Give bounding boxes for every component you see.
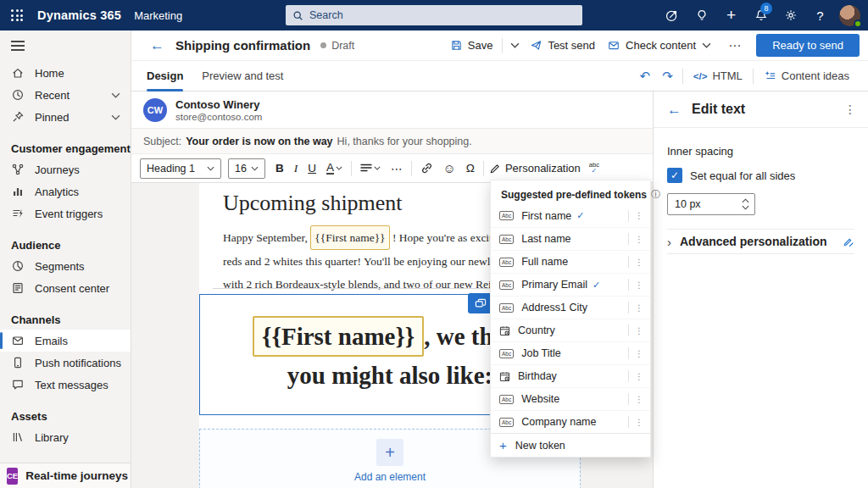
sidebar-item-consent-center[interactable]: Consent center [0, 277, 131, 299]
font-size-select[interactable]: 16 [228, 158, 265, 179]
checkbox-checked-icon[interactable]: ✓ [667, 168, 682, 183]
align-button[interactable] [360, 164, 381, 174]
token-more-icon[interactable]: ⋮ [635, 258, 643, 267]
token-item-full-name[interactable]: Abc Full name ✓ ⋮ [491, 250, 650, 273]
help-icon[interactable]: ? [805, 0, 835, 30]
token-item-birthday[interactable]: Birthday ✓ ⋮ [491, 364, 650, 387]
save-button[interactable]: Save [450, 39, 493, 52]
equal-sides-checkbox[interactable]: ✓ Set equal for all sides [667, 168, 854, 183]
sidebar-item-analytics[interactable]: Analytics [0, 180, 131, 202]
subject-row[interactable]: Subject: Your order is now on the way Hi… [131, 129, 653, 154]
token-more-icon[interactable]: ⋮ [635, 418, 643, 427]
sidebar-item-text-messages[interactable]: Text messages [0, 374, 131, 396]
sidebar-item-library[interactable]: Library [0, 426, 131, 448]
collapse-sitemap-icon[interactable] [0, 30, 131, 55]
bold-button[interactable]: B [275, 162, 284, 175]
clock-icon [11, 88, 25, 102]
from-row[interactable]: CW Contoso Winery store@contoso.com [131, 92, 653, 129]
chevron-down-icon[interactable] [111, 92, 120, 98]
token-item-first-name[interactable]: Abc First name ✓ ⋮ [491, 204, 650, 227]
sidebar-item-segments[interactable]: Segments [0, 255, 131, 277]
sidebar-item-recent[interactable]: Recent [0, 84, 131, 106]
stepper-arrows[interactable] [742, 198, 749, 210]
html-view-button[interactable]: </> HTML [693, 69, 743, 82]
text-style-select[interactable]: Heading 1 [140, 158, 221, 179]
email-heading[interactable]: Upcoming shipment [223, 191, 403, 216]
personalization-label: Personalization [505, 162, 581, 175]
token-item-job-title[interactable]: Abc Job Title ✓ ⋮ [491, 341, 650, 364]
chevron-down-icon [374, 166, 381, 170]
sidebar-item-push-notifications[interactable]: Push notifications [0, 352, 131, 374]
sidebar-item-label: Library [35, 431, 69, 444]
add-element-plus-icon[interactable]: + [376, 439, 403, 466]
notifications-icon[interactable]: 8 [746, 0, 776, 30]
token-item-last-name[interactable]: Abc Last name ✓ ⋮ [491, 227, 650, 250]
token-item-company-name[interactable]: Abc Company name ✓ ⋮ [491, 410, 650, 433]
personalization-button[interactable]: Personalization [489, 162, 581, 175]
app-area-title: Marketing [134, 9, 182, 22]
more-commands-icon[interactable]: ⋯ [728, 38, 742, 53]
lightbulb-icon[interactable] [687, 0, 716, 30]
advanced-personalization-row[interactable]: › Advanced personalization [667, 230, 854, 254]
search-input[interactable] [309, 9, 555, 21]
check-content-chevron-icon [702, 42, 711, 48]
panel-more-icon[interactable]: ⋮ [844, 103, 856, 116]
text-token-icon: Abc [499, 418, 514, 427]
plus-icon: + [499, 438, 507, 452]
italic-button[interactable]: I [294, 162, 298, 175]
content-ideas-button[interactable]: Content ideas [764, 69, 849, 82]
sidebar-item-home[interactable]: Home [0, 62, 131, 84]
token-more-icon[interactable]: ⋮ [635, 235, 643, 244]
tab-design[interactable]: Design [147, 61, 183, 92]
token-more-icon[interactable]: ⋮ [635, 303, 643, 313]
add-icon[interactable]: + [716, 0, 746, 30]
insights-icon[interactable] [657, 0, 687, 30]
global-search[interactable] [286, 5, 582, 25]
undo-icon[interactable]: ↶ [640, 69, 651, 84]
token-item-address1-city[interactable]: Abc Address1 City ✓ ⋮ [491, 296, 650, 319]
personalization-token-inline[interactable]: {{First name}} [310, 225, 389, 250]
token-item-primary-email[interactable]: Abc Primary Email ✓ ⋮ [491, 273, 650, 296]
test-send-button[interactable]: Test send [530, 39, 595, 52]
spacing-input[interactable] [675, 198, 724, 210]
gear-icon[interactable] [776, 0, 805, 30]
personalization-token-hero[interactable]: {{First name}} [253, 316, 424, 357]
app-launcher-icon[interactable] [11, 9, 23, 21]
formatting-toolbar: Heading 1 16 B I U A ⋯ ☺ Ω Personalizati… [131, 154, 653, 183]
new-token-button[interactable]: + New token [491, 433, 650, 457]
back-icon[interactable]: ← [150, 38, 164, 53]
emoji-icon[interactable]: ☺ [443, 161, 456, 175]
token-more-icon[interactable]: ⋮ [635, 395, 643, 404]
sidebar-item-pinned[interactable]: Pinned [0, 106, 131, 128]
sidebar-item-emails[interactable]: Emails [0, 330, 131, 352]
chevron-down-icon[interactable] [111, 114, 120, 120]
spell-check-icon[interactable]: abc✓ [589, 162, 599, 175]
area-badge: CE [7, 468, 18, 485]
token-more-icon[interactable]: ⋮ [635, 372, 643, 381]
font-color-button[interactable]: A [326, 162, 342, 175]
panel-back-icon[interactable]: ← [667, 103, 682, 117]
area-switcher[interactable]: CE Real-time journeys [0, 463, 131, 488]
tab-preview-and-test[interactable]: Preview and test [202, 61, 283, 92]
token-more-icon[interactable]: ⋮ [635, 211, 643, 220]
token-more-icon[interactable]: ⋮ [635, 349, 643, 358]
account-avatar[interactable] [835, 0, 865, 30]
more-formatting-icon[interactable]: ⋯ [391, 162, 403, 175]
code-icon: </> [693, 71, 708, 81]
special-character-icon[interactable]: Ω [466, 162, 475, 175]
redo-icon[interactable]: ↷ [662, 69, 673, 84]
link-icon[interactable] [420, 162, 433, 175]
token-item-country[interactable]: Country ✓ ⋮ [491, 319, 650, 341]
token-item-website[interactable]: Abc Website ✓ ⋮ [491, 387, 650, 410]
spacing-stepper[interactable] [667, 193, 755, 215]
token-more-icon[interactable]: ⋮ [635, 280, 643, 290]
advanced-personalization-icon[interactable] [842, 236, 854, 247]
sidebar-item-event-triggers[interactable]: Event triggers [0, 202, 131, 225]
info-icon[interactable]: ⓘ [651, 188, 660, 201]
underline-button[interactable]: U [308, 162, 316, 175]
ready-to-send-button[interactable]: Ready to send [756, 34, 860, 57]
token-more-icon[interactable]: ⋮ [635, 326, 643, 336]
check-content-button[interactable]: Check content [607, 39, 715, 52]
sidebar-item-journeys[interactable]: Journeys [0, 158, 131, 180]
save-split-chevron-icon[interactable] [510, 42, 520, 48]
